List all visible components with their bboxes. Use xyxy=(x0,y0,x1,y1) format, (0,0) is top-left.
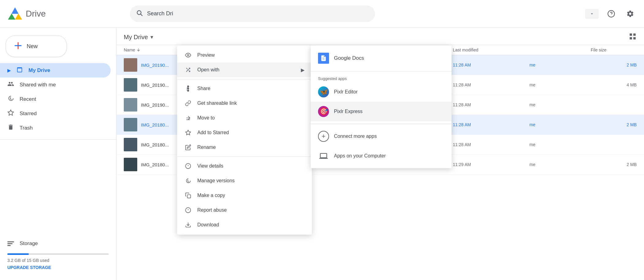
sidebar-item-label: My Drive xyxy=(28,67,50,74)
info-icon xyxy=(184,163,192,169)
submenu-item-computer-apps[interactable]: Apps on your Computer xyxy=(311,146,452,166)
connect-apps-icon: + xyxy=(318,131,329,142)
download-icon xyxy=(184,222,192,228)
menu-item-manage-versions[interactable]: Manage versions xyxy=(177,173,312,188)
new-button[interactable]: New xyxy=(6,36,67,57)
file-owner: me xyxy=(529,62,591,67)
sidebar-item-shared[interactable]: Shared with me xyxy=(0,78,111,92)
sidebar: New ▶ My Drive Shared with me Recent xyxy=(0,28,116,280)
storage-bar-background xyxy=(7,253,109,255)
file-owner: me xyxy=(529,142,591,147)
submenu-divider-2 xyxy=(311,124,452,124)
new-label: New xyxy=(27,43,38,50)
view-toggle-button[interactable] xyxy=(629,32,637,42)
submenu-item-google-docs[interactable]: Google Docs xyxy=(311,48,452,69)
manage-versions-label: Manage versions xyxy=(197,178,305,184)
sidebar-item-trash[interactable]: Trash xyxy=(0,121,111,135)
file-owner: me xyxy=(529,82,591,87)
sidebar-item-my-drive[interactable]: ▶ My Drive xyxy=(0,63,111,78)
menu-item-preview[interactable]: Preview xyxy=(177,48,312,62)
storage-usage-text: 3.2 GB of 15 GB used xyxy=(7,258,109,263)
app-title: Drive xyxy=(26,9,46,19)
breadcrumb-chevron-icon[interactable]: ▾ xyxy=(150,34,153,40)
breadcrumb: My Drive ▾ xyxy=(124,34,153,41)
rename-label: Rename xyxy=(197,145,305,150)
settings-button[interactable] xyxy=(624,7,637,20)
move-to-label: Move to xyxy=(197,115,305,121)
help-button[interactable] xyxy=(605,7,618,20)
menu-item-make-copy[interactable]: Make a copy xyxy=(177,188,312,203)
submenu-item-pixlr-editor[interactable]: 🦋 Pixlr Editor xyxy=(311,82,452,102)
share-icon xyxy=(184,85,192,92)
size-col-label: File size xyxy=(591,47,606,52)
file-owner: me xyxy=(529,102,591,107)
filter-dropdown[interactable] xyxy=(585,9,599,19)
preview-label: Preview xyxy=(197,52,305,58)
pixlr-editor-label: Pixlr Editor xyxy=(334,89,358,95)
file-date: 11:28 AM xyxy=(453,62,529,67)
file-name: IMG_20180... xyxy=(141,162,169,167)
view-details-label: View details xyxy=(197,163,305,169)
menu-item-shareable-link[interactable]: Get shareable link xyxy=(177,96,312,111)
sidebar-item-label: Trash xyxy=(20,125,33,131)
drive-logo-icon xyxy=(7,6,23,21)
file-date: 11:28 AM xyxy=(453,142,529,147)
column-header-modified[interactable]: Last modified xyxy=(453,47,529,52)
menu-item-view-details[interactable]: View details xyxy=(177,159,312,173)
recent-icon xyxy=(7,95,14,103)
file-owner: me xyxy=(529,122,591,127)
svg-point-15 xyxy=(188,90,189,91)
copy-icon xyxy=(184,192,192,199)
download-label: Download xyxy=(197,222,305,228)
open-with-icon xyxy=(184,67,192,73)
search-bar[interactable] xyxy=(130,6,375,22)
sidebar-item-label: Recent xyxy=(20,96,36,102)
file-thumbnail xyxy=(124,158,137,171)
chevron-right-icon: ▶ xyxy=(7,68,11,73)
submenu-item-connect-apps[interactable]: + Connect more apps xyxy=(311,127,452,146)
computer-apps-icon xyxy=(318,150,329,161)
upgrade-storage-link[interactable]: UPGRADE STORAGE xyxy=(7,265,51,270)
menu-item-report-abuse[interactable]: Report abuse xyxy=(177,203,312,218)
move-icon xyxy=(184,115,192,121)
menu-item-rename[interactable]: Rename xyxy=(177,140,312,155)
file-name: IMG_20180... xyxy=(141,122,169,127)
file-date: 11:28 AM xyxy=(453,82,529,87)
modified-col-label: Last modified xyxy=(453,47,478,52)
sidebar-item-storage[interactable]: Storage xyxy=(7,237,103,250)
file-date: 11:29 AM xyxy=(453,162,529,167)
pixlr-express-label: Pixlr Express xyxy=(334,109,362,114)
my-drive-icon xyxy=(16,66,23,74)
menu-item-download[interactable]: Download xyxy=(177,218,312,232)
search-input[interactable] xyxy=(147,10,369,17)
menu-item-share[interactable]: Share xyxy=(177,81,312,96)
pixlr-editor-icon: 🦋 xyxy=(318,86,329,97)
menu-item-open-with[interactable]: Open with ▶ xyxy=(177,62,312,77)
storage-icon xyxy=(7,241,14,246)
header-right xyxy=(585,7,637,20)
history-icon xyxy=(184,178,192,184)
file-name: IMG_20190... xyxy=(141,102,169,108)
sidebar-item-recent[interactable]: Recent xyxy=(0,92,111,106)
content-area: My Drive ▾ Name Last modified File size xyxy=(116,28,644,280)
svg-point-12 xyxy=(188,55,189,56)
sidebar-item-starred[interactable]: Starred xyxy=(0,106,111,121)
svg-rect-20 xyxy=(188,195,191,198)
storage-bar-fill xyxy=(7,253,29,255)
open-with-label: Open with xyxy=(197,67,295,73)
menu-item-move-to[interactable]: Move to xyxy=(177,111,312,125)
star-icon xyxy=(184,130,192,136)
sidebar-item-label: Shared with me xyxy=(20,82,56,88)
content-header: My Drive ▾ xyxy=(116,28,644,45)
svg-point-14 xyxy=(188,86,189,87)
file-owner: me xyxy=(529,162,591,167)
logo-area: Drive xyxy=(7,6,124,21)
sidebar-divider xyxy=(0,139,116,140)
menu-item-add-starred[interactable]: Add to Starred xyxy=(177,125,312,140)
svg-marker-16 xyxy=(186,130,191,135)
file-size: 4 MB xyxy=(591,82,637,87)
make-copy-label: Make a copy xyxy=(197,193,305,198)
pixlr-express-icon: 🎯 xyxy=(318,106,329,117)
storage-label: Storage xyxy=(20,240,38,247)
submenu-item-pixlr-express[interactable]: 🎯 Pixlr Express xyxy=(311,102,452,121)
